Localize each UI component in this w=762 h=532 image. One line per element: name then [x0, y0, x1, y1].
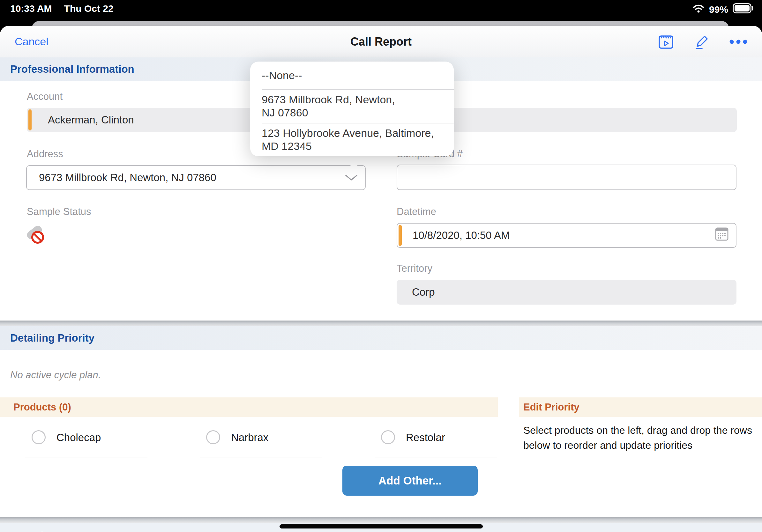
page-title: Call Report	[0, 26, 762, 57]
product-label[interactable]: Narbrax	[231, 432, 268, 444]
products-header-band: Products (0)	[0, 397, 498, 417]
territory-label: Territory	[397, 263, 432, 274]
next-section-title: Attendees	[10, 530, 61, 532]
popover-option-address-1[interactable]: 9673 Millbrook Rd, Newton, NJ 07860	[250, 90, 454, 123]
sample-card-input[interactable]	[397, 165, 736, 190]
radio-restolar[interactable]	[381, 430, 395, 444]
section-divider	[0, 517, 762, 523]
calendar-icon	[715, 227, 729, 244]
add-other-button[interactable]: Add Other...	[343, 466, 478, 496]
home-indicator[interactable]	[279, 524, 483, 528]
more-options-icon[interactable]	[729, 33, 748, 50]
ipad-screen: 10:33 AM Thu Oct 22 99% Cancel Call Repo…	[0, 0, 762, 532]
chevron-down-icon	[344, 171, 358, 184]
product-label[interactable]: Restolar	[406, 432, 445, 444]
status-date: Thu Oct 22	[64, 3, 114, 14]
cycle-plan-note: No active cycle plan.	[10, 369, 101, 381]
sample-status-icon	[26, 225, 48, 244]
section-title: Detailing Priority	[10, 332, 95, 344]
status-bar-left: 10:33 AM Thu Oct 22	[10, 3, 114, 14]
option-line: MD 12345	[262, 140, 454, 153]
address-label: Address	[27, 148, 63, 160]
product-label[interactable]: Cholecap	[56, 432, 101, 444]
popover-option-address-2[interactable]: 123 Hollybrooke Avenue, Baltimore, MD 12…	[250, 123, 454, 157]
territory-value: Corp	[412, 286, 435, 298]
edit-priority-help: Select products on the left, drag and dr…	[523, 423, 758, 453]
wifi-icon	[692, 4, 705, 15]
product-underline	[200, 457, 322, 457]
nav-bar: Cancel Call Report	[0, 26, 762, 58]
territory-field: Corp	[397, 280, 736, 304]
radio-cholecap[interactable]	[32, 430, 45, 444]
product-underline	[375, 457, 497, 457]
datetime-label: Datetime	[397, 206, 436, 218]
datetime-field[interactable]: 10/8/2020, 10:50 AM	[397, 223, 736, 248]
no-samples-icon	[31, 231, 44, 244]
required-indicator	[399, 225, 402, 246]
address-popover: --None-- 9673 Millbrook Rd, Newton, NJ 0…	[250, 62, 454, 156]
status-bar-right: 99%	[692, 3, 754, 16]
account-value: Ackerman, Clinton	[48, 114, 134, 126]
radio-narbrax[interactable]	[206, 430, 220, 444]
address-dropdown[interactable]: 9673 Millbrook Rd, Newton, NJ 07860	[26, 165, 366, 190]
section-divider	[0, 320, 762, 326]
required-indicator	[29, 109, 32, 130]
battery-percent: 99%	[709, 4, 728, 15]
edit-priority-header-band: Edit Priority	[519, 397, 762, 417]
section-title: Professional Information	[10, 63, 134, 75]
option-line: NJ 07860	[262, 106, 454, 119]
products-header: Products (0)	[13, 402, 71, 413]
popover-option-none[interactable]: --None--	[250, 62, 454, 89]
option-line: 9673 Millbrook Rd, Newton,	[262, 93, 454, 106]
status-time: 10:33 AM	[10, 3, 52, 14]
battery-icon	[733, 3, 754, 16]
account-label: Account	[27, 91, 62, 102]
address-value: 9673 Millbrook Rd, Newton, NJ 07860	[39, 171, 216, 184]
media-player-icon[interactable]	[657, 33, 675, 50]
option-line: 123 Hollybrooke Avenue, Baltimore,	[262, 127, 454, 140]
signature-pen-icon[interactable]	[693, 33, 710, 50]
edit-priority-header: Edit Priority	[523, 402, 579, 413]
product-underline	[25, 457, 147, 457]
datetime-value: 10/8/2020, 10:50 AM	[413, 229, 510, 241]
section-header-detailing-priority: Detailing Priority	[0, 326, 762, 350]
sample-status-label: Sample Status	[27, 206, 91, 218]
